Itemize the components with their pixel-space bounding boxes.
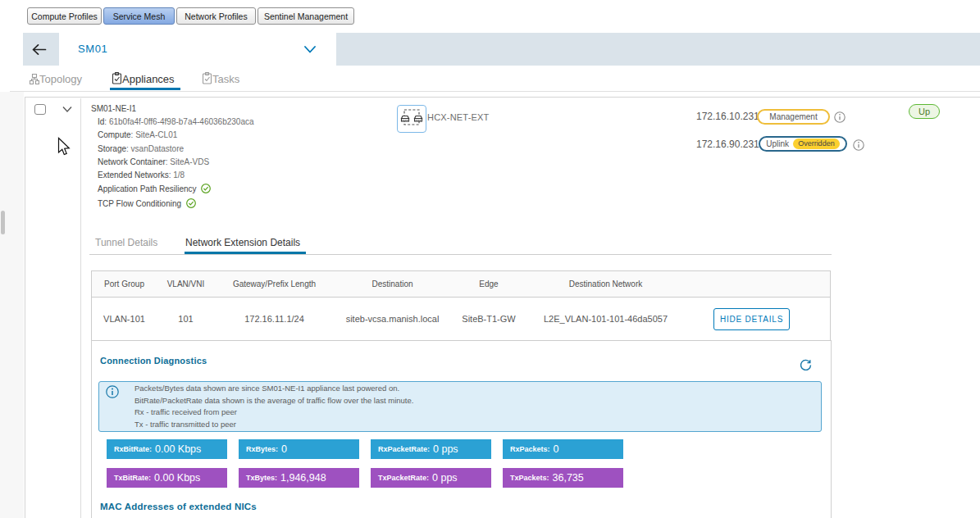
- netext-table: Port GroupVLAN/VNIGateway/Prefix Length …: [91, 270, 831, 341]
- rxpackets: RxPackets:0: [503, 439, 623, 459]
- rxbitrate: RxBitRate:0.00 Kbps: [107, 439, 227, 459]
- txpackets: TxPackets:36,735: [503, 468, 623, 488]
- row-checkbox[interactable]: [34, 104, 46, 115]
- pill-uplink: UplinkOverridden: [759, 136, 847, 152]
- hide-details[interactable]: HIDE DETAILS: [713, 308, 790, 330]
- hcx-icon: [397, 105, 426, 133]
- mac-heading: MAC Addresses of extended NICs: [100, 502, 257, 511]
- ip-mgmt: 172.16.10.231: [696, 111, 754, 122]
- tab-appliances[interactable]: Appliances: [122, 73, 175, 85]
- refresh[interactable]: [800, 359, 812, 371]
- txpacketrate: TxPacketRate:0 pps: [371, 468, 491, 488]
- pill-management: Management: [757, 109, 830, 125]
- tab-tasks[interactable]: Tasks: [212, 73, 239, 85]
- row-caret[interactable]: [62, 106, 72, 113]
- appliance-name: SM01-NE-I1: [91, 103, 136, 115]
- conn-diagnostics-heading: Connection Diagnostics: [100, 356, 207, 366]
- appliance-details: Id: 61b0fa4f-0ff6-4f98-b7a4-46036b230aca…: [98, 116, 254, 211]
- top-tabs: Compute Profiles Service Mesh Network Pr…: [27, 7, 354, 25]
- tab-topology[interactable]: Topology: [39, 73, 82, 85]
- hcx-service-mesh-appliances: Compute Profiles Service Mesh Network Pr…: [0, 0, 980, 518]
- cursor: [57, 137, 71, 157]
- tab-netext-details[interactable]: Network Extension Details: [185, 236, 300, 249]
- rxbytes: RxBytes:0: [239, 439, 359, 459]
- status-up: Up: [909, 104, 940, 119]
- back-arrow[interactable]: [32, 44, 47, 55]
- ip-uplink: 172.16.90.231: [696, 139, 754, 150]
- txbytes: TxBytes:1,946,948: [239, 468, 359, 488]
- txbitrate: TxBitRate:0.00 Kbps: [107, 468, 227, 488]
- rxpacketrate: RxPacketRate:0 pps: [371, 439, 491, 459]
- tab-tunnel-details[interactable]: Tunnel Details: [95, 236, 157, 249]
